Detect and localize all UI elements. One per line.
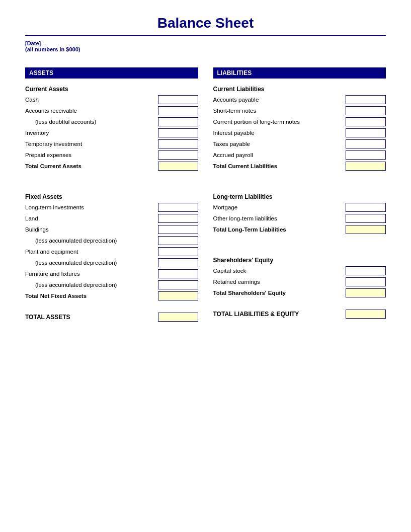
furniture-depreciation-input[interactable]: [158, 280, 198, 289]
list-item: Short-term notes: [213, 106, 386, 116]
total-assets-section: TOTAL ASSETS: [25, 311, 198, 323]
taxes-payable-input[interactable]: [346, 139, 386, 148]
item-label: Short-term notes: [213, 108, 346, 114]
mortgage-input[interactable]: [346, 203, 386, 212]
list-item: Plant and equipment: [25, 247, 198, 257]
item-label: (less doubtful accounts): [25, 119, 158, 125]
plant-depreciation-input[interactable]: [158, 258, 198, 267]
item-label: Accounts receivable: [25, 108, 158, 114]
total-liabilities-equity-label: TOTAL LIABILITIES & EQUITY: [213, 311, 299, 318]
total-fixed-assets-input[interactable]: [158, 291, 198, 300]
prepaid-expenses-input[interactable]: [158, 150, 198, 160]
total-current-liabilities-row: Total Current Liabilities: [213, 161, 386, 171]
item-label: Current portion of long-term notes: [213, 119, 346, 125]
total-assets-input[interactable]: [158, 313, 198, 322]
item-label: Furniture and fixtures: [25, 271, 158, 277]
total-current-liabilities-label: Total Current Liabilities: [213, 163, 346, 169]
item-label: Other long-term liabilities: [213, 215, 346, 221]
current-longterm-notes-input[interactable]: [346, 117, 386, 126]
item-label: Accrued payroll: [213, 152, 346, 158]
total-longterm-liabilities-input[interactable]: [346, 225, 386, 234]
list-item: Current portion of long-term notes: [213, 117, 386, 127]
accounts-payable-input[interactable]: [346, 95, 386, 104]
title-divider: [25, 35, 386, 36]
land-input[interactable]: [158, 214, 198, 223]
total-assets-label: TOTAL ASSETS: [25, 314, 70, 321]
spacer: [213, 176, 386, 186]
list-item: Inventory: [25, 128, 198, 138]
furniture-input[interactable]: [158, 269, 198, 278]
list-item: Buildings: [25, 224, 198, 235]
numbers-note: (all numbers in $000): [25, 46, 386, 52]
total-current-assets-row: Total Current Assets: [25, 161, 198, 171]
list-item: Interest payable: [213, 128, 386, 138]
capital-stock-input[interactable]: [346, 266, 386, 275]
assets-header: ASSETS: [25, 67, 198, 79]
item-label: Prepaid expenses: [25, 152, 158, 158]
list-item: Accounts payable: [213, 95, 386, 105]
less-doubtful-input[interactable]: [158, 117, 198, 126]
accrued-payroll-input[interactable]: [346, 150, 386, 160]
item-label: Mortgage: [213, 204, 346, 210]
item-label: (less accumulated depreciation): [25, 282, 158, 288]
accounts-receivable-input[interactable]: [158, 106, 198, 115]
page-title: Balance Sheet: [25, 15, 386, 31]
longterm-liabilities-title: Long-term Liabilities: [213, 193, 386, 200]
date-label: [Date]: [25, 40, 386, 46]
list-item: Accrued payroll: [213, 150, 386, 160]
item-label: Buildings: [25, 226, 158, 233]
list-item: Capital stock: [213, 266, 386, 276]
main-content: ASSETS Current Assets Cash Accounts rece…: [25, 67, 386, 323]
list-item: Prepaid expenses: [25, 150, 198, 160]
temporary-investment-input[interactable]: [158, 139, 198, 148]
list-item: Cash: [25, 95, 198, 105]
list-item: (less accumulated depreciation): [25, 236, 198, 246]
list-item: (less accumulated depreciation): [25, 280, 198, 290]
current-assets-title: Current Assets: [25, 86, 198, 93]
total-current-liabilities-input[interactable]: [346, 162, 386, 171]
assets-column: ASSETS Current Assets Cash Accounts rece…: [25, 67, 198, 323]
buildings-input[interactable]: [158, 225, 198, 234]
total-longterm-liabilities-row: Total Long-Term Liabilities: [213, 224, 386, 235]
retained-earnings-input[interactable]: [346, 277, 386, 286]
list-item: Mortgage: [213, 202, 386, 212]
longterm-investments-input[interactable]: [158, 203, 198, 212]
item-label: Capital stock: [213, 268, 346, 274]
total-equity-input[interactable]: [346, 288, 386, 297]
short-term-notes-input[interactable]: [346, 106, 386, 115]
total-fixed-assets-row: Total Net Fixed Assets: [25, 291, 198, 301]
date-info: [Date] (all numbers in $000): [25, 40, 386, 52]
list-item: Temporary investment: [25, 139, 198, 149]
total-fixed-assets-label: Total Net Fixed Assets: [25, 293, 158, 299]
total-equity-label: Total Shareholders' Equity: [213, 290, 346, 296]
list-item: Retained earnings: [213, 277, 386, 287]
total-longterm-liabilities-label: Total Long-Term Liabilities: [213, 226, 346, 233]
item-label: Land: [25, 215, 158, 221]
cash-input[interactable]: [158, 95, 198, 104]
total-liabilities-equity-input[interactable]: [346, 310, 386, 319]
item-label: Accounts payable: [213, 97, 346, 103]
list-item: Other long-term liabilities: [213, 213, 386, 223]
item-label: Cash: [25, 97, 158, 103]
item-label: Temporary investment: [25, 141, 158, 147]
list-item: Taxes payable: [213, 139, 386, 149]
other-longterm-input[interactable]: [346, 214, 386, 223]
list-item: Land: [25, 213, 198, 223]
interest-payable-input[interactable]: [346, 128, 386, 137]
list-item: Long-term investments: [25, 202, 198, 212]
buildings-depreciation-input[interactable]: [158, 236, 198, 245]
item-label: Long-term investments: [25, 204, 158, 210]
total-liabilities-equity-section: TOTAL LIABILITIES & EQUITY: [213, 308, 386, 320]
spacer: [25, 176, 198, 186]
item-label: (less accumulated depreciation): [25, 238, 158, 244]
item-label: Retained earnings: [213, 279, 346, 285]
liabilities-column: LIABILITIES Current Liabilities Accounts…: [213, 67, 386, 323]
item-label: Plant and equipment: [25, 249, 158, 255]
liabilities-header: LIABILITIES: [213, 67, 386, 79]
total-current-assets-input[interactable]: [158, 162, 198, 171]
list-item: Furniture and fixtures: [25, 269, 198, 279]
total-equity-row: Total Shareholders' Equity: [213, 288, 386, 298]
plant-equipment-input[interactable]: [158, 247, 198, 256]
inventory-input[interactable]: [158, 128, 198, 137]
item-label: Interest payable: [213, 130, 346, 136]
